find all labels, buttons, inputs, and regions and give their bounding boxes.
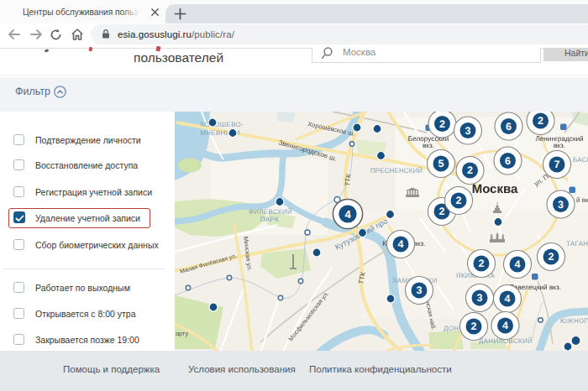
svg-text:2: 2 (439, 118, 445, 130)
svg-text:6: 6 (505, 155, 511, 167)
svg-text:ЮЖНОП: ЮЖНОП (560, 317, 588, 325)
svg-text:7: 7 (554, 159, 560, 170)
svg-text:5: 5 (438, 158, 444, 169)
svg-text:арту: арту (176, 330, 189, 337)
svg-text:2: 2 (549, 251, 554, 263)
svg-text:6: 6 (506, 121, 512, 133)
svg-text:Москва: Москва (472, 182, 518, 196)
svg-text:ПРЕСНЕНСКИЙ: ПРЕСНЕНСКИЙ (370, 166, 423, 175)
svg-text:БАСМ: БАСМ (573, 156, 588, 164)
svg-text:3: 3 (558, 199, 564, 211)
svg-text:2: 2 (456, 195, 462, 206)
svg-text:ПАРК: ПАРК (260, 216, 279, 223)
svg-text:2: 2 (467, 164, 473, 176)
svg-text:ФИЛЕВСКИЙ: ФИЛЕВСКИЙ (249, 207, 292, 216)
svg-text:й вкз.: й вкз. (576, 196, 588, 204)
svg-text:ТТК: ТТК (344, 173, 353, 186)
svg-text:3: 3 (465, 125, 471, 137)
svg-text:4: 4 (515, 258, 521, 270)
svg-text:2: 2 (479, 258, 485, 269)
svg-text:ХОРОШЕВО-: ХОРОШЕВО- (200, 121, 244, 128)
svg-text:3: 3 (477, 292, 483, 304)
svg-text:4: 4 (398, 238, 404, 250)
svg-text:4: 4 (344, 208, 351, 221)
svg-text:3: 3 (417, 284, 423, 296)
svg-text:2: 2 (471, 321, 477, 332)
svg-text:ТАГАНС: ТАГАНС (566, 240, 588, 248)
svg-text:2: 2 (439, 206, 445, 217)
svg-text:вкз.: вкз. (554, 142, 565, 149)
svg-text:4: 4 (502, 320, 508, 331)
svg-text:4: 4 (505, 293, 511, 305)
svg-text:2: 2 (538, 115, 543, 127)
svg-text:вкз.: вкз. (423, 142, 434, 149)
